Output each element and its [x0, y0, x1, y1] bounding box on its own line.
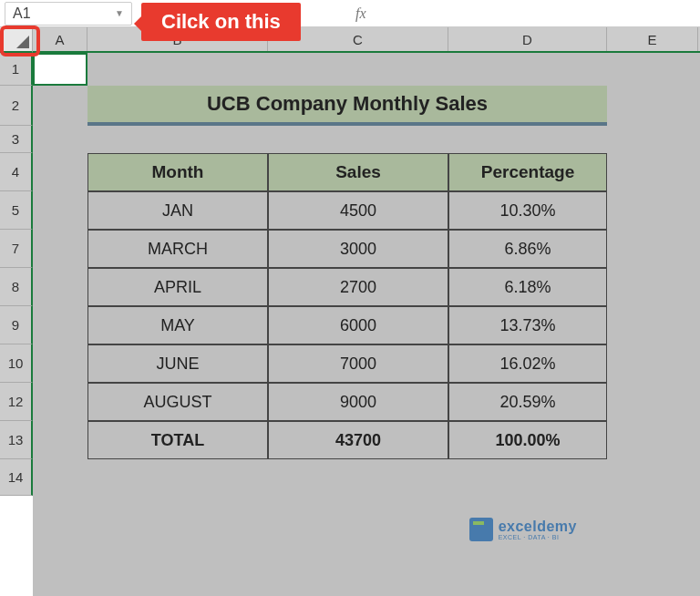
- grid-area: A B C D E UCB Company Monthly Sales Mont…: [33, 27, 700, 596]
- cell-percentage[interactable]: 6.86%: [448, 230, 607, 268]
- select-all-triangle-icon: [16, 36, 29, 48]
- fx-icon[interactable]: fx: [355, 5, 366, 22]
- table-header-row: Month Sales Percentage: [88, 153, 607, 191]
- cell-total-label[interactable]: TOTAL: [88, 421, 268, 459]
- row-header[interactable]: 2: [0, 86, 33, 126]
- cell-total-percentage[interactable]: 100.00%: [448, 421, 607, 459]
- name-box-value: A1: [13, 5, 31, 22]
- watermark-sub: EXCEL · DATA · BI: [499, 534, 577, 540]
- row-header[interactable]: 8: [0, 268, 33, 306]
- table-row: AUGUST 9000 20.59%: [88, 383, 607, 421]
- header-percentage[interactable]: Percentage: [448, 153, 607, 191]
- column-header[interactable]: A: [33, 27, 88, 51]
- header-sales[interactable]: Sales: [268, 153, 448, 191]
- cell-percentage[interactable]: 13.73%: [448, 306, 607, 344]
- table-row: JAN 4500 10.30%: [88, 191, 607, 230]
- cell-month[interactable]: MAY: [88, 306, 268, 344]
- row-header[interactable]: 3: [0, 126, 33, 153]
- column-header[interactable]: E: [607, 27, 698, 51]
- table-total-row: TOTAL 43700 100.00%: [88, 421, 607, 459]
- watermark: exceldemy EXCEL · DATA · BI: [469, 518, 577, 541]
- callout-text: Cilck on this: [161, 10, 281, 33]
- cell-sales[interactable]: 3000: [268, 230, 448, 268]
- row-header[interactable]: 9: [0, 306, 33, 344]
- chevron-down-icon[interactable]: ▼: [115, 8, 124, 18]
- name-box[interactable]: A1 ▼: [5, 2, 132, 26]
- annotation-callout: Cilck on this: [141, 3, 301, 41]
- cell-percentage[interactable]: 16.02%: [448, 344, 607, 383]
- cell-month[interactable]: JUNE: [88, 344, 268, 383]
- table-row: MARCH 3000 6.86%: [88, 230, 607, 268]
- watermark-logo-icon: [469, 518, 493, 541]
- active-cell-a1[interactable]: [33, 53, 88, 86]
- cell-month[interactable]: AUGUST: [88, 383, 268, 421]
- formula-bar-row: A1 ▼ fx: [0, 0, 700, 27]
- table-row: JUNE 7000 16.02%: [88, 344, 607, 383]
- cell-percentage[interactable]: 20.59%: [448, 383, 607, 421]
- title-row: UCB Company Monthly Sales: [33, 86, 700, 126]
- row-header[interactable]: 7: [0, 230, 33, 268]
- row-header[interactable]: 5: [0, 191, 33, 230]
- cell-sales[interactable]: 2700: [268, 268, 448, 306]
- cells-area[interactable]: UCB Company Monthly Sales Month Sales Pe…: [33, 53, 700, 596]
- header-month[interactable]: Month: [88, 153, 268, 191]
- cell-month[interactable]: APRIL: [88, 268, 268, 306]
- data-table: Month Sales Percentage JAN 4500 10.30% M…: [88, 153, 607, 459]
- select-all-corner[interactable]: [0, 27, 33, 53]
- spacer-row: [33, 126, 700, 153]
- row-header[interactable]: 4: [0, 153, 33, 191]
- cell-percentage[interactable]: 10.30%: [448, 191, 607, 230]
- cell-sales[interactable]: 9000: [268, 383, 448, 421]
- watermark-main: exceldemy: [499, 519, 577, 534]
- cell-month[interactable]: MARCH: [88, 230, 268, 268]
- row-header[interactable]: 14: [0, 459, 33, 496]
- row-header[interactable]: 10: [0, 344, 33, 383]
- sheet-title[interactable]: UCB Company Monthly Sales: [88, 86, 607, 126]
- row-header[interactable]: 13: [0, 421, 33, 459]
- table-row: APRIL 2700 6.18%: [88, 268, 607, 306]
- row-1: [33, 53, 700, 86]
- table-row: MAY 6000 13.73%: [88, 306, 607, 344]
- cell-total-sales[interactable]: 43700: [268, 421, 448, 459]
- row-header[interactable]: 12: [0, 383, 33, 421]
- watermark-text: exceldemy EXCEL · DATA · BI: [499, 519, 577, 540]
- cell-sales[interactable]: 4500: [268, 191, 448, 230]
- cell-percentage[interactable]: 6.18%: [448, 268, 607, 306]
- cell-sales[interactable]: 7000: [268, 344, 448, 383]
- column-header[interactable]: D: [448, 27, 607, 51]
- row-header-gutter: 1 2 3 4 5 7 8 9 10 12 13 14: [0, 27, 33, 596]
- spreadsheet: 1 2 3 4 5 7 8 9 10 12 13 14 A B C D E UC…: [0, 27, 700, 596]
- row-header[interactable]: 1: [0, 53, 33, 86]
- cell-month[interactable]: JAN: [88, 191, 268, 230]
- cell-sales[interactable]: 6000: [268, 306, 448, 344]
